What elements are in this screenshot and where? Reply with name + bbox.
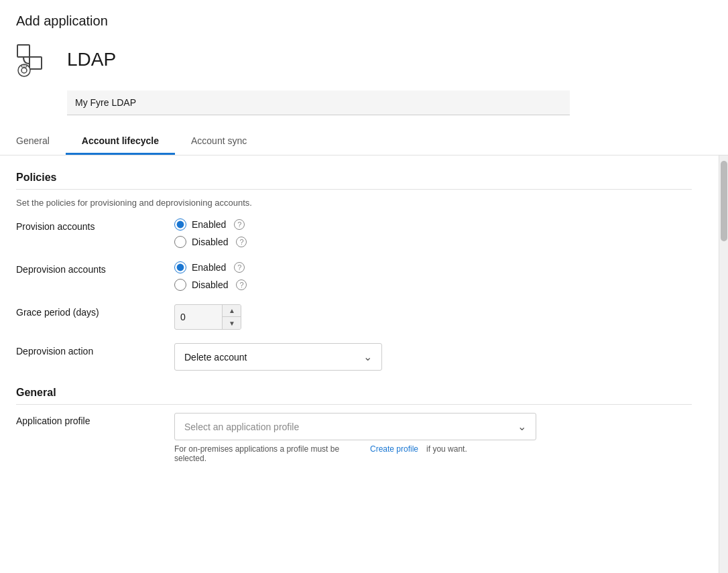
svg-rect-4 — [21, 65, 27, 67]
policies-divider — [16, 189, 692, 190]
grace-period-input-wrapper: ▲ ▼ — [174, 304, 241, 330]
scrollbar-track[interactable] — [719, 155, 728, 573]
grace-period-decrement-button[interactable]: ▼ — [223, 317, 241, 329]
provision-disabled-radio[interactable] — [174, 236, 186, 248]
svg-rect-1 — [29, 57, 42, 69]
deprovision-action-value: Delete account — [184, 352, 247, 363]
deprovision-enabled-option[interactable]: Enabled ? — [174, 261, 692, 273]
grace-period-increment-button[interactable]: ▲ — [223, 305, 241, 317]
deprovision-accounts-label: Deprovision accounts — [16, 261, 164, 275]
deprovision-action-select[interactable]: Delete account ⌄ — [174, 343, 382, 371]
scrollbar-thumb[interactable] — [721, 161, 727, 241]
deprovision-disabled-option[interactable]: Disabled ? — [174, 279, 692, 291]
app-instance-name-input[interactable] — [67, 90, 570, 115]
general-section: General Application profile Select an ap… — [16, 387, 692, 463]
tab-account-lifecycle[interactable]: Account lifecycle — [66, 129, 175, 155]
deprovision-enabled-label: Enabled — [192, 262, 226, 273]
general-section-title: General — [16, 387, 692, 399]
deprovision-action-label: Deprovision action — [16, 343, 164, 357]
page-title: Add application — [16, 13, 712, 29]
tab-account-sync[interactable]: Account sync — [175, 129, 263, 155]
content-area: Policies Set the policies for provisioni… — [0, 155, 719, 573]
deprovision-enabled-radio[interactable] — [174, 261, 186, 273]
deprovision-accounts-row: Deprovision accounts Enabled ? Disabled — [16, 261, 692, 291]
deprovision-accounts-controls: Enabled ? Disabled ? — [174, 261, 692, 291]
policies-section: Policies Set the policies for provisioni… — [16, 172, 692, 371]
tab-general[interactable]: General — [16, 129, 66, 155]
grace-period-input[interactable] — [175, 305, 222, 329]
application-profile-row: Application profile Select an applicatio… — [16, 413, 692, 463]
application-profile-label: Application profile — [16, 413, 164, 426]
deprovision-accounts-radio-group: Enabled ? Disabled ? — [174, 261, 692, 291]
svg-rect-0 — [17, 45, 29, 57]
provision-enabled-option[interactable]: Enabled ? — [174, 218, 692, 231]
provision-accounts-radio-group: Enabled ? Disabled ? — [174, 218, 692, 248]
page-container: Add application LDAP — [0, 0, 728, 573]
policies-description: Set the policies for provisioning and de… — [16, 198, 692, 208]
provision-disabled-option[interactable]: Disabled ? — [174, 236, 692, 248]
tabs-row: General Account lifecycle Account sync — [0, 129, 728, 155]
provision-enabled-help-icon[interactable]: ? — [234, 219, 245, 230]
application-profile-select[interactable]: Select an application profile ⌄ — [174, 413, 536, 440]
deprovision-action-controls: Delete account ⌄ — [174, 343, 692, 371]
policies-section-title: Policies — [16, 172, 692, 184]
provision-disabled-label: Disabled — [192, 237, 228, 247]
provision-enabled-radio[interactable] — [174, 218, 186, 231]
deprovision-disabled-label: Disabled — [192, 279, 228, 290]
general-section-divider — [16, 404, 692, 405]
profile-help-note: if you want. — [426, 444, 467, 454]
grace-period-label: Grace period (days) — [16, 304, 164, 318]
svg-point-3 — [21, 68, 27, 73]
grace-period-controls: ▲ ▼ — [174, 304, 692, 330]
app-name: LDAP — [67, 49, 116, 70]
app-name-input-row — [67, 90, 712, 115]
ldap-icon — [16, 40, 56, 80]
deprovision-action-dropdown-arrow: ⌄ — [363, 351, 372, 363]
deprovision-action-row: Deprovision action Delete account ⌄ — [16, 343, 692, 371]
provision-accounts-label: Provision accounts — [16, 218, 164, 232]
provision-accounts-row: Provision accounts Enabled ? Disabled — [16, 218, 692, 248]
provision-accounts-controls: Enabled ? Disabled ? — [174, 218, 692, 248]
profile-help-row: For on-premises applications a profile m… — [174, 444, 692, 463]
create-profile-link[interactable]: Create profile — [370, 444, 418, 454]
provision-disabled-help-icon[interactable]: ? — [236, 237, 247, 247]
provision-enabled-label: Enabled — [192, 219, 226, 230]
grace-period-row: Grace period (days) ▲ ▼ — [16, 304, 692, 330]
application-profile-placeholder: Select an application profile — [184, 422, 299, 432]
deprovision-disabled-radio[interactable] — [174, 279, 186, 291]
deprovision-disabled-help-icon[interactable]: ? — [236, 279, 247, 290]
profile-help-text: For on-premises applications a profile m… — [174, 444, 362, 463]
page-header: Add application LDAP — [0, 0, 728, 129]
main-content: Policies Set the policies for provisioni… — [0, 155, 728, 573]
grace-period-spinners: ▲ ▼ — [222, 305, 241, 329]
app-info-row: LDAP — [16, 40, 712, 80]
deprovision-enabled-help-icon[interactable]: ? — [234, 262, 245, 273]
application-profile-dropdown-arrow: ⌄ — [518, 420, 526, 433]
application-profile-controls: Select an application profile ⌄ For on-p… — [174, 413, 692, 463]
